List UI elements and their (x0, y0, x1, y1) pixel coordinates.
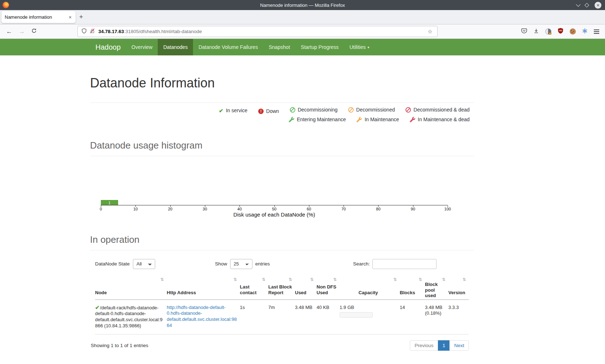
column-header-capacity[interactable]: ⇅Capacity (340, 278, 400, 300)
sort-icon[interactable]: ⇅ (288, 278, 292, 282)
window-close-icon[interactable]: × (595, 2, 601, 9)
window-title: Namenode information — Mozilla Firefox (0, 3, 605, 8)
tab-close-icon[interactable]: × (68, 14, 72, 20)
x-tick: 80 (376, 207, 380, 211)
datanode-state-select[interactable]: All (133, 259, 155, 269)
nav-item-datanodes[interactable]: Datanodes (158, 39, 193, 55)
reload-icon[interactable] (28, 28, 40, 35)
node-state-legend: ✔In service !Down Decommissioning Decomm… (90, 107, 474, 123)
legend-decommissioning: Decommissioning (290, 107, 337, 113)
privacy-extension-icon[interactable] (545, 28, 551, 35)
column-header-non-dfs-used[interactable]: ⇅Non DFS Used (317, 278, 340, 300)
legend-decommissioned: Decommissioned (348, 107, 395, 113)
insecure-lock-icon[interactable] (90, 28, 95, 35)
pagination: Previous 1 Next (410, 340, 469, 351)
table-row: ✔/default-rack/hdfs-datanode-default-0.h… (95, 300, 469, 335)
x-tick: 60 (307, 207, 311, 211)
pocket-icon[interactable] (521, 28, 527, 35)
column-header-last-block-report[interactable]: ⇅Last Block Report (268, 278, 295, 300)
histogram-section-title: Datanode usage histogram (90, 140, 474, 156)
tab-strip: Namenode information × + (0, 10, 605, 24)
http-address-cell: http://hdfs-datanode-default-0.hdfs-data… (167, 300, 240, 335)
x-axis: 0 10 20 30 40 50 60 70 80 90 100 (101, 205, 448, 211)
next-page-button[interactable]: Next (449, 340, 469, 351)
legend-in-maintenance-dead: In Maintenance & dead (410, 117, 470, 122)
bookmark-star-icon[interactable]: ☆ (428, 28, 434, 35)
entries-label: entries (255, 261, 270, 267)
url-text: 34.78.17.63:31805/dfshealth.html#tab-dat… (98, 29, 202, 34)
sort-icon[interactable]: ⇅ (233, 278, 237, 282)
previous-page-button[interactable]: Previous (410, 340, 438, 351)
search-input[interactable] (372, 259, 436, 269)
menu-icon[interactable] (594, 29, 599, 34)
ublock-extension-icon[interactable] (557, 28, 564, 35)
url-host: 34.78.17.63 (98, 29, 124, 34)
sort-icon[interactable]: ⇅ (462, 278, 466, 282)
x-tick: 40 (237, 207, 242, 211)
column-header-blocks[interactable]: ⇅Blocks (400, 278, 425, 300)
table-controls: DataNode State All Show 25 entries Searc… (90, 259, 474, 269)
nav-item-overview[interactable]: Overview (126, 39, 158, 55)
column-header-used[interactable]: ⇅Used (295, 278, 317, 300)
legend-entering-maintenance: Entering Maintenance (289, 117, 346, 122)
x-tick: 90 (411, 207, 415, 211)
version-cell: 3.3.3 (448, 300, 469, 335)
last-contact-cell: 1s (240, 300, 268, 335)
page-1-button[interactable]: 1 (438, 340, 450, 351)
nav-item-startup-progress[interactable]: Startup Progress (295, 39, 344, 55)
page-title: Datanode Information (90, 76, 474, 103)
legend-in-service: ✔In service (219, 108, 248, 113)
sort-icon[interactable]: ⇅ (262, 278, 265, 282)
nav-item-datanode-volume-failures[interactable]: Datanode Volume Failures (193, 39, 263, 55)
sort-icon[interactable]: ⇅ (442, 278, 445, 282)
column-header-node[interactable]: ⇅Node (95, 278, 167, 300)
window-minimize-icon[interactable] (576, 2, 581, 7)
x-axis-title: Disk usage of each DataNode (%) (101, 211, 448, 218)
tracking-shield-icon[interactable] (81, 28, 87, 35)
cookie-extension-icon[interactable] (570, 28, 576, 35)
bar-value-label: 1 (108, 201, 111, 205)
navbar-brand[interactable]: Hadoop (90, 39, 126, 55)
no-entry-icon (290, 107, 295, 113)
no-entry-icon (348, 107, 354, 113)
entries-summary: Showing 1 to 1 of 1 entries (91, 343, 148, 348)
non-dfs-used-cell: 40 KB (317, 300, 340, 335)
x-tick: 50 (272, 207, 276, 211)
x-tick: 20 (168, 207, 172, 211)
x-tick: 0 (100, 207, 102, 211)
nav-item-utilities[interactable]: Utilities▾ (344, 39, 375, 55)
tab-title: Namenode information (5, 14, 68, 20)
sort-icon[interactable]: ⇅ (160, 278, 164, 282)
hadoop-navbar: Hadoop Overview Datanodes Datanode Volum… (0, 39, 605, 55)
browser-tab[interactable]: Namenode information × (1, 11, 76, 23)
http-address-link[interactable]: http://hdfs-datanode-default-0.hdfs-data… (167, 305, 237, 328)
sort-icon[interactable]: ⇅ (310, 278, 314, 282)
show-label: Show (215, 261, 227, 267)
new-tab-button[interactable]: + (76, 13, 87, 22)
used-cell: 3.48 MB (295, 300, 317, 335)
legend-decommissioned-dead: Decommissioned & dead (405, 107, 470, 113)
column-header-last-contact[interactable]: ⇅Last contact (240, 278, 268, 300)
sort-icon[interactable]: ⇅ (333, 278, 337, 282)
mini-lock-icon (549, 32, 551, 35)
column-header-version[interactable]: ⇅Version (448, 278, 469, 300)
chevron-down-icon: ▾ (368, 45, 369, 49)
container-extension-icon[interactable] (582, 28, 588, 35)
x-tick: 70 (341, 207, 346, 211)
check-icon: ✔ (219, 108, 224, 113)
nav-item-snapshot[interactable]: Snapshot (263, 39, 295, 55)
forward-icon[interactable]: → (15, 28, 28, 35)
window-titlebar: Namenode information — Mozilla Firefox × (0, 0, 605, 10)
url-bar[interactable]: 34.78.17.63:31805/dfshealth.html#tab-dat… (77, 26, 438, 37)
back-icon[interactable]: ← (3, 28, 15, 35)
down-circle-icon: ! (258, 109, 264, 114)
table-footer: Showing 1 to 1 of 1 entries Previous 1 N… (90, 340, 474, 351)
sort-icon[interactable]: ⇅ (393, 278, 397, 282)
downloads-icon[interactable] (533, 28, 539, 35)
column-header-block-pool-used[interactable]: ⇅Block pool used (425, 278, 448, 300)
sort-icon[interactable]: ⇅ (418, 278, 422, 282)
node-address: /default-rack/hdfs-datanode-default-0.hd… (95, 305, 162, 329)
window-maximize-icon[interactable] (584, 3, 589, 8)
page-length-select[interactable]: 25 (230, 259, 252, 269)
column-header-http-address[interactable]: ⇅Http Address (167, 278, 240, 300)
